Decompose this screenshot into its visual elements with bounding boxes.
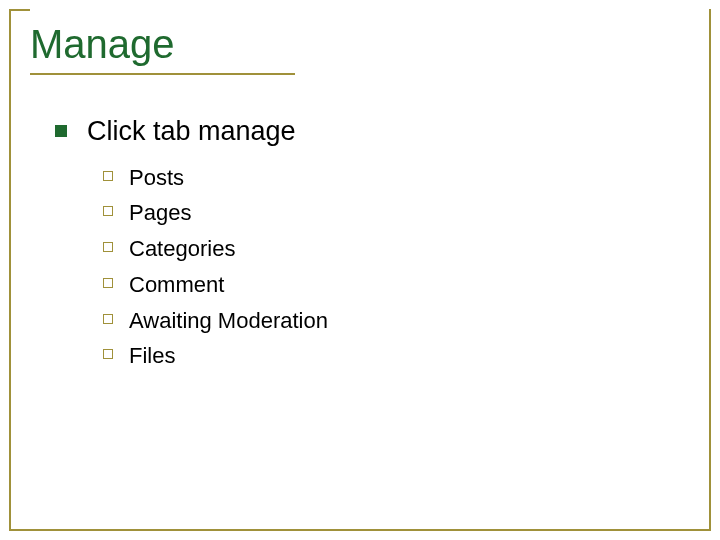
list-item: Awaiting Moderation: [103, 306, 680, 336]
item-text: Files: [129, 341, 175, 371]
item-text: Pages: [129, 198, 191, 228]
item-text: Categories: [129, 234, 235, 264]
list-item: Files: [103, 341, 680, 371]
list-item: Click tab manage: [55, 115, 680, 149]
hollow-square-bullet-icon: [103, 314, 113, 324]
slide-title: Manage: [30, 22, 690, 76]
hollow-square-bullet-icon: [103, 349, 113, 359]
list-item: Categories: [103, 234, 680, 264]
list-item: Posts: [103, 163, 680, 193]
hollow-square-bullet-icon: [103, 171, 113, 181]
border-mask: [11, 9, 709, 11]
slide: Manage Click tab manage Posts Pages Cate…: [0, 0, 720, 540]
item-text: Awaiting Moderation: [129, 306, 328, 336]
list-item: Comment: [103, 270, 680, 300]
item-text: Comment: [129, 270, 224, 300]
slide-content: Click tab manage Posts Pages Categories …: [55, 115, 680, 377]
border-stub: [9, 9, 30, 11]
title-underline: [30, 73, 295, 75]
hollow-square-bullet-icon: [103, 206, 113, 216]
hollow-square-bullet-icon: [103, 242, 113, 252]
heading-text: Click tab manage: [87, 115, 296, 149]
item-text: Posts: [129, 163, 184, 193]
hollow-square-bullet-icon: [103, 278, 113, 288]
list-item: Pages: [103, 198, 680, 228]
sub-list: Posts Pages Categories Comment Awaiting …: [103, 163, 680, 371]
square-bullet-icon: [55, 125, 67, 137]
